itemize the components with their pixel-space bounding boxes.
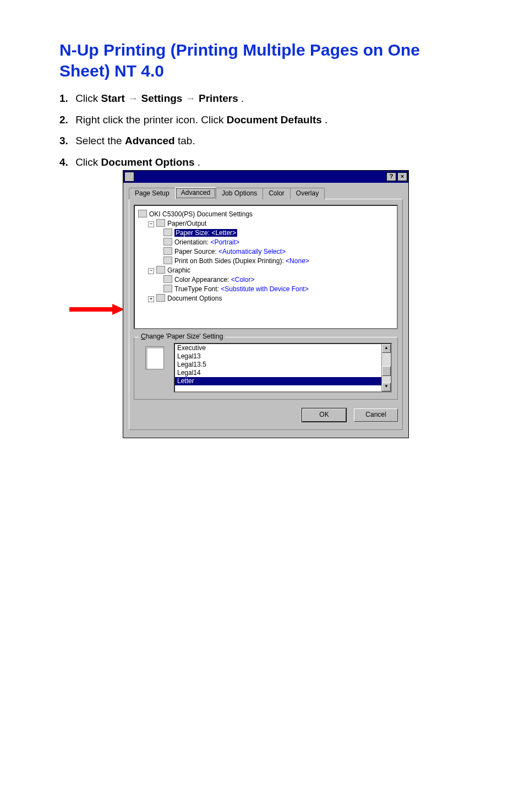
- list-item[interactable]: Legal13.5: [175, 361, 391, 369]
- scroll-thumb[interactable]: [382, 366, 391, 376]
- listbox-scrollbar[interactable]: ▲ ▼: [381, 344, 391, 391]
- callout-arrow-icon: [69, 304, 130, 315]
- step-4: 4. Click Document Options .: [59, 155, 470, 171]
- scroll-up-icon[interactable]: ▲: [382, 344, 391, 353]
- list-item[interactable]: Legal13: [175, 352, 391, 361]
- printer-icon: [138, 210, 147, 217]
- folder-icon: [156, 219, 165, 227]
- cancel-button[interactable]: Cancel: [354, 408, 398, 422]
- dialog-titlebar: ? ×: [123, 171, 408, 183]
- list-item[interactable]: Executive: [175, 344, 391, 352]
- scroll-down-icon[interactable]: ▼: [382, 383, 391, 391]
- options-icon: [156, 294, 165, 302]
- tree-document-options[interactable]: +Document Options: [138, 294, 393, 303]
- collapse-icon[interactable]: −: [148, 221, 154, 227]
- tab-overlay[interactable]: Overlay: [290, 188, 325, 199]
- step-2: 2. Right click the printer icon. Click D…: [59, 112, 470, 128]
- expand-icon[interactable]: +: [148, 296, 154, 302]
- step-num: 4.: [59, 156, 68, 168]
- group-title: Change 'Paper Size' Setting: [139, 333, 225, 341]
- graphic-icon: [156, 266, 165, 274]
- list-item-selected[interactable]: Letter: [175, 377, 391, 385]
- tree-graphic[interactable]: −Graphic: [138, 266, 393, 275]
- step-num: 3.: [59, 135, 68, 146]
- collapse-icon[interactable]: −: [148, 268, 154, 274]
- duplex-icon: [163, 257, 172, 264]
- tab-strip: Page Setup Advanced Job Options Color Ov…: [129, 187, 403, 199]
- tab-panel-advanced: OKI C5300(PS) Document Settings −Paper/O…: [129, 199, 403, 430]
- tree-color-appearance[interactable]: Color Appearance: <Color>: [138, 275, 393, 284]
- tree-orientation[interactable]: Orientation: <Portrait>: [138, 238, 393, 247]
- paper-size-listbox[interactable]: Executive Legal13 Legal13.5 Legal14 Lett…: [174, 343, 392, 393]
- color-icon: [163, 275, 172, 283]
- tab-page-setup[interactable]: Page Setup: [129, 188, 176, 199]
- tree-paper-source[interactable]: Paper Source: <Automatically Select>: [138, 247, 393, 256]
- tree-paper-size[interactable]: Paper Size: <Letter>: [138, 228, 393, 237]
- step-1: 1. Click Start → Settings → Printers .: [59, 91, 470, 107]
- font-icon: [163, 285, 172, 292]
- printer-settings-dialog: ? × Page Setup Advanced Job Options Colo…: [123, 171, 408, 438]
- step-3: 3. Select the Advanced tab.: [59, 133, 470, 149]
- window-icon: [124, 172, 134, 182]
- tree-root[interactable]: OKI C5300(PS) Document Settings: [138, 210, 393, 219]
- arrow-right-icon: →: [185, 92, 199, 104]
- tree-paper-output[interactable]: −Paper/Output: [138, 219, 393, 228]
- tray-icon: [163, 247, 172, 255]
- tab-job-options[interactable]: Job Options: [216, 188, 263, 199]
- list-item[interactable]: Legal14: [175, 369, 391, 377]
- help-button[interactable]: ?: [386, 172, 396, 181]
- tree-truetype-font[interactable]: TrueType Font: <Substitute with Device F…: [138, 285, 393, 293]
- ok-button[interactable]: OK: [302, 408, 346, 422]
- tab-color[interactable]: Color: [262, 188, 291, 199]
- paper-preview-icon: [145, 346, 164, 369]
- change-setting-group: Change 'Paper Size' Setting Executive Le…: [134, 337, 398, 400]
- page-title: N-Up Printing (Printing Multiple Pages o…: [59, 40, 470, 81]
- orientation-icon: [163, 238, 172, 246]
- step-num: 1.: [59, 92, 68, 104]
- close-button[interactable]: ×: [397, 172, 407, 181]
- tree-duplex[interactable]: Print on Both Sides (Duplex Printing): <…: [138, 257, 393, 265]
- tab-advanced[interactable]: Advanced: [175, 187, 216, 199]
- page-icon: [163, 228, 172, 236]
- settings-tree[interactable]: OKI C5300(PS) Document Settings −Paper/O…: [134, 205, 398, 329]
- arrow-right-icon: →: [128, 92, 141, 104]
- step-num: 2.: [59, 114, 68, 126]
